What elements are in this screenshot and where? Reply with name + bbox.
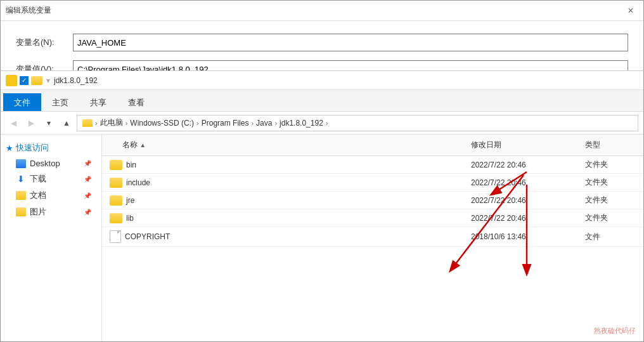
sidebar: ★ 快速访问 Desktop 📌 ⬇ 下载 📌 文档 📌 <box>1 135 102 341</box>
path-java[interactable]: Java <box>256 119 272 128</box>
explorer-title-name: jdk1.8.0_192 <box>54 76 98 85</box>
col-header-date[interactable]: 修改日期 <box>466 137 580 153</box>
file-type-include: 文件夹 <box>580 174 643 191</box>
ribbon-tabs: 文件 主页 共享 查看 <box>1 90 643 112</box>
desktop-icon <box>16 159 26 168</box>
explorer-folder-icon <box>31 76 42 85</box>
documents-pin-icon: 📌 <box>84 192 91 199</box>
file-list: 名称 ▲ 修改日期 类型 bin 2022/7/22 20:46 文件夹 <box>102 135 643 341</box>
path-sep-1: › <box>126 119 128 127</box>
file-date-lib: 2022/7/22 20:46 <box>466 211 580 226</box>
var-name-row: 变量名(N): <box>16 34 628 51</box>
sort-arrow-name: ▲ <box>139 141 146 148</box>
file-type-bin: 文件夹 <box>580 156 643 173</box>
file-row-include[interactable]: include 2022/7/22 20:46 文件夹 <box>102 174 643 192</box>
sidebar-item-documents[interactable]: 文档 📌 <box>1 187 101 204</box>
explorer-title-separator: ▾ <box>46 76 50 85</box>
desktop-pin-icon: 📌 <box>84 160 91 167</box>
var-name-input[interactable] <box>73 34 628 51</box>
sidebar-item-desktop[interactable]: Desktop 📌 <box>1 156 101 171</box>
explorer-title-bar: ✓ ▾ jdk1.8.0_192 <box>1 71 643 90</box>
path-sep-2: › <box>196 119 199 127</box>
explorer-checkbox[interactable]: ✓ <box>20 76 29 85</box>
file-row-lib[interactable]: lib 2022/7/22 20:46 文件夹 <box>102 209 643 227</box>
sidebar-desktop-label: Desktop <box>30 159 60 168</box>
pictures-pin-icon: 📌 <box>84 209 91 216</box>
sidebar-item-download[interactable]: ⬇ 下载 📌 <box>1 171 101 187</box>
var-name-label: 变量名(N): <box>16 37 73 48</box>
file-row-copyright[interactable]: COPYRIGHT 2018/10/6 13:46 文件 <box>102 227 643 247</box>
file-type-lib: 文件夹 <box>580 209 643 227</box>
path-program-files[interactable]: Program Files <box>202 119 249 128</box>
folder-icon-include <box>110 178 122 188</box>
forward-button[interactable]: ▶ <box>23 115 39 131</box>
file-name-include: include <box>102 174 466 191</box>
pictures-icon <box>16 207 26 216</box>
file-list-header: 名称 ▲ 修改日期 类型 <box>102 135 643 156</box>
close-button[interactable]: × <box>623 3 638 18</box>
back-button[interactable]: ◀ <box>6 115 21 131</box>
file-row-bin[interactable]: bin 2022/7/22 20:46 文件夹 <box>102 156 643 174</box>
watermark: 熟夜磕代码仔 <box>591 326 638 336</box>
path-drive[interactable]: Windows-SSD (C:) <box>130 119 194 128</box>
dialog-title: 编辑系统变量 <box>6 5 51 16</box>
path-sep-0: › <box>95 119 98 127</box>
up-button[interactable]: ▲ <box>59 115 74 131</box>
file-area: ★ 快速访问 Desktop 📌 ⬇ 下载 📌 文档 📌 <box>1 135 643 341</box>
path-sep-3: › <box>251 119 254 127</box>
sidebar-download-label: 下载 <box>30 173 46 185</box>
file-date-bin: 2022/7/22 20:46 <box>466 157 580 173</box>
folder-icon-lib <box>110 213 122 223</box>
sidebar-documents-label: 文档 <box>30 190 46 201</box>
path-sep-4: › <box>274 119 277 127</box>
file-name-bin: bin <box>102 157 466 173</box>
tab-view[interactable]: 查看 <box>117 93 155 111</box>
sidebar-item-pictures[interactable]: 图片 📌 <box>1 204 101 220</box>
title-bar: 编辑系统变量 × <box>1 1 643 21</box>
quick-access-label[interactable]: ★ 快速访问 <box>1 140 101 156</box>
address-path[interactable]: › 此电脑 › Windows-SSD (C:) › Program Files… <box>77 115 638 131</box>
sidebar-pictures-label: 图片 <box>30 206 46 218</box>
tab-home[interactable]: 主页 <box>41 93 79 111</box>
file-date-jre: 2022/7/22 20:46 <box>466 193 580 208</box>
file-type-jre: 文件夹 <box>580 192 643 209</box>
file-name-jre: jre <box>102 192 466 209</box>
recent-button[interactable]: ▾ <box>41 115 56 131</box>
path-sep-5: › <box>326 119 328 127</box>
tab-file[interactable]: 文件 <box>3 93 41 111</box>
address-bar: ◀ ▶ ▾ ▲ › 此电脑 › Windows-SSD (C:) › Progr… <box>1 112 643 135</box>
star-icon: ★ <box>6 143 13 153</box>
file-type-copyright: 文件 <box>580 228 643 246</box>
col-header-type[interactable]: 类型 <box>580 137 643 153</box>
doc-icon-copyright <box>110 230 121 243</box>
file-date-copyright: 2018/10/6 13:46 <box>466 229 580 244</box>
file-name-lib: lib <box>102 210 466 227</box>
path-my-computer[interactable]: 此电脑 <box>100 117 123 128</box>
path-jdk[interactable]: jdk1.8.0_192 <box>280 119 323 128</box>
file-row-jre[interactable]: jre 2022/7/22 20:46 文件夹 <box>102 192 643 209</box>
folder-icon-bin <box>110 160 122 170</box>
file-explorer: ✓ ▾ jdk1.8.0_192 文件 主页 共享 查看 ◀ ▶ ▾ ▲ › 此… <box>1 70 643 341</box>
main-dialog: 编辑系统变量 × 变量名(N): 变量值(V): ✓ ▾ jdk1.8.0_19… <box>0 0 644 342</box>
tab-share[interactable]: 共享 <box>79 93 117 111</box>
file-date-include: 2022/7/22 20:46 <box>466 175 580 190</box>
documents-icon <box>16 191 26 200</box>
file-name-copyright: COPYRIGHT <box>102 227 466 246</box>
col-header-name[interactable]: 名称 ▲ <box>102 137 466 153</box>
path-folder-icon <box>82 119 93 127</box>
explorer-folder-small-icon <box>6 75 17 86</box>
folder-icon-jre <box>110 195 122 206</box>
quick-access-text: 快速访问 <box>16 142 49 154</box>
download-pin-icon: 📌 <box>84 176 91 183</box>
download-icon: ⬇ <box>16 174 26 184</box>
